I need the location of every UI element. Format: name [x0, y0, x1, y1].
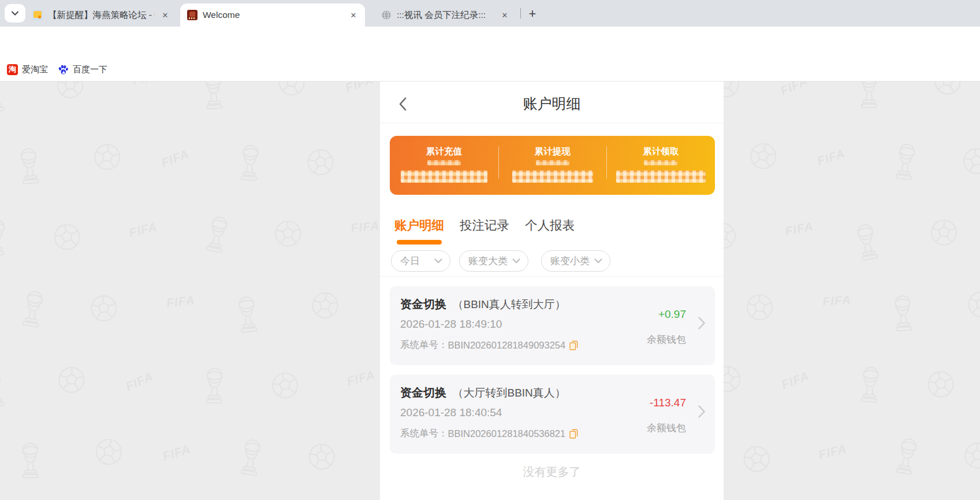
pattern-motif — [233, 142, 307, 216]
new-tab-button[interactable]: + — [524, 6, 541, 22]
summary-total-deposit: 累计充值 — [390, 136, 498, 195]
pattern-motif: FIFA — [161, 438, 234, 500]
order-number: BBIN202601281840536821 — [448, 428, 566, 439]
pattern-motif — [232, 288, 308, 365]
pattern-motif — [850, 212, 930, 292]
divider — [380, 276, 724, 277]
transaction-time: 2026-01-28 18:49:10 — [400, 318, 502, 331]
casino-logo-favicon-icon — [187, 10, 198, 20]
pattern-motif — [269, 82, 348, 144]
order-label: 系统单号： — [400, 339, 448, 351]
browser-tab-welcome[interactable]: Welcome ✕ — [180, 3, 365, 27]
pattern-motif — [231, 435, 310, 500]
filter-label: 账变大类 — [468, 254, 508, 268]
chevron-down-icon — [434, 258, 442, 264]
browser-window: 【新提醒】海燕策略论坛 - 综合 ✕ Welcome ✕ :::视讯 会员下注纪… — [0, 0, 980, 500]
report-tabs: 账户明细 投注记录 个人报表 — [394, 216, 575, 234]
transaction-amount: +0.97 — [658, 308, 686, 321]
baidu-paw-icon — [58, 64, 69, 75]
pattern-motif: FIFA — [781, 216, 854, 289]
pattern-motif: FIFA — [779, 362, 856, 439]
summary-label: 累计充值 — [426, 146, 462, 158]
browser-tab-records[interactable]: :::视讯 会员下注纪录::: ✕ — [374, 3, 516, 27]
transaction-row[interactable]: 资金切换 （BBIN真人转到大厅） 2026-01-28 18:49:10 系统… — [390, 286, 715, 365]
censored-strip — [644, 160, 677, 165]
pattern-motif — [54, 364, 126, 437]
tab-close-icon[interactable]: ✕ — [499, 9, 511, 21]
censored-strip — [536, 160, 569, 165]
transaction-type: 资金切换 — [400, 298, 446, 310]
order-number: BBIN202601281849093254 — [448, 340, 566, 351]
filter-subcategory-dropdown[interactable]: 账变小类 — [541, 250, 610, 272]
copy-icon — [569, 429, 578, 439]
tab-close-icon[interactable]: ✕ — [348, 9, 359, 21]
bookmark-label: 百度一下 — [73, 64, 107, 75]
copy-order-button[interactable] — [569, 429, 578, 439]
censored-strip — [427, 160, 461, 165]
page-title: 账户明细 — [380, 94, 724, 113]
transaction-order-row: 系统单号： BBIN202601281840536821 — [400, 427, 578, 440]
tab-divider — [520, 8, 521, 18]
browser-toolbar: 175616.cc/reports/index?tab=0 — [0, 27, 980, 57]
tab-personal-report[interactable]: 个人报表 — [525, 216, 575, 234]
tab-title: :::视讯 会员下注纪录::: — [397, 9, 494, 21]
tab-search-button[interactable] — [5, 4, 25, 23]
page-content: FIFAFIFAFIFAFIFAFIFAFIFAFIFAFIFAFIFAFIFA… — [0, 82, 980, 500]
pattern-motif: FIFA — [812, 286, 892, 366]
chevron-down-icon — [594, 258, 602, 264]
filter-label: 账变小类 — [550, 254, 590, 268]
filter-category-dropdown[interactable]: 账变大类 — [459, 250, 528, 272]
browser-tab-forum[interactable]: 【新提醒】海燕策略论坛 - 综合 ✕ — [25, 3, 180, 27]
pattern-motif — [856, 82, 925, 139]
transaction-wallet: 余额钱包 — [647, 333, 686, 346]
pattern-motif — [740, 139, 819, 218]
bookmark-taobao[interactable]: 淘 爱淘宝 — [7, 62, 48, 77]
pattern-motif — [305, 437, 381, 500]
pattern-motif — [923, 361, 980, 440]
bookmark-baidu[interactable]: 百度一下 — [58, 62, 107, 77]
no-more-text: 没有更多了 — [380, 464, 724, 480]
pattern-motif — [962, 439, 980, 500]
pattern-motif — [923, 82, 980, 145]
pattern-motif: FIFA — [818, 440, 887, 500]
transaction-order-row: 系统单号： BBIN202601281849093254 — [400, 339, 578, 351]
pattern-motif — [960, 140, 980, 217]
pattern-motif — [959, 287, 980, 366]
transaction-detail: （大厅转到BBIN真人） — [452, 387, 565, 399]
summary-total-withdraw: 累计提现 — [498, 136, 607, 195]
pattern-motif — [0, 361, 57, 440]
bookmarks-bar: 淘 爱淘宝 百度一下 — [0, 57, 980, 82]
chevron-down-icon — [512, 258, 520, 264]
tab-title: 【新提醒】海燕策略论坛 - 综合 — [48, 9, 155, 21]
pattern-motif — [12, 287, 91, 366]
filter-date-dropdown[interactable]: 今日 — [391, 250, 450, 272]
tab-bet-records[interactable]: 投注记录 — [460, 216, 509, 234]
bookmark-label: 爱淘宝 — [22, 64, 48, 75]
taobao-icon: 淘 — [7, 64, 18, 75]
summary-label: 累计提现 — [535, 146, 571, 158]
censored-value — [401, 171, 487, 183]
pattern-motif — [273, 217, 344, 288]
copy-order-button[interactable] — [569, 340, 578, 350]
pattern-motif — [17, 439, 87, 500]
pattern-motif: FIFA — [777, 82, 859, 145]
tab-close-icon[interactable]: ✕ — [159, 9, 171, 21]
filter-label: 今日 — [400, 254, 420, 268]
tab-title: Welcome — [203, 10, 343, 20]
pattern-motif — [305, 289, 381, 364]
pattern-motif: FIFA — [159, 288, 236, 365]
transaction-wallet: 余额钱包 — [647, 421, 686, 435]
pattern-motif — [200, 365, 271, 436]
tab-strip: 【新提醒】海燕策略论坛 - 综合 ✕ Welcome ✕ :::视讯 会员下注纪… — [0, 0, 980, 27]
pattern-motif — [55, 82, 125, 140]
pattern-motif — [267, 360, 349, 442]
censored-value — [616, 171, 706, 183]
pattern-motif — [886, 140, 964, 217]
transaction-title: 资金切换 （BBIN真人转到大厅） — [400, 297, 566, 312]
pattern-motif — [88, 290, 162, 364]
pattern-motif: FIFA — [122, 82, 203, 145]
transaction-row[interactable]: 资金切换 （大厅转到BBIN真人） 2026-01-28 18:40:54 系统… — [390, 375, 715, 454]
pattern-motif — [84, 434, 165, 500]
tab-account-detail[interactable]: 账户明细 — [394, 216, 444, 234]
chevron-down-icon — [11, 10, 19, 16]
